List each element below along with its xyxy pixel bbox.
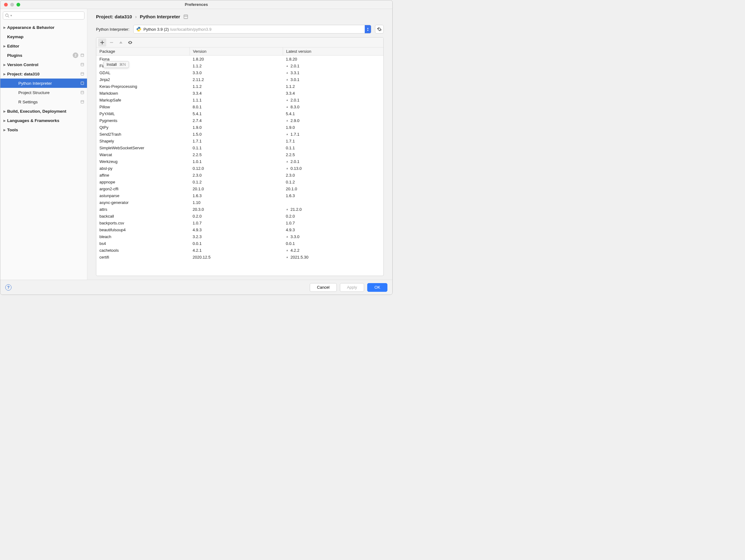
table-row[interactable]: Flask1.1.2▲2.0.1 (96, 62, 383, 69)
sidebar-item-project-structure[interactable]: Project Structure (0, 88, 87, 97)
project-scope-icon (80, 81, 85, 85)
svg-rect-8 (81, 82, 84, 85)
table-row[interactable]: Fiona1.8.201.8.20 (96, 56, 383, 62)
cell-version: 2.11.2 (190, 77, 283, 82)
add-package-button[interactable] (98, 38, 106, 46)
column-header-latest[interactable]: Latest version (283, 47, 383, 55)
eye-icon (128, 40, 133, 45)
sidebar-item-version-control[interactable]: ▶Version Control (0, 60, 87, 69)
cell-version: 1.7.1 (190, 139, 283, 143)
cell-package: astunparse (96, 194, 190, 198)
sidebar-item-build-execution-deployment[interactable]: ▶Build, Execution, Deployment (0, 106, 87, 116)
table-row[interactable]: Pygments2.7.4▲2.9.0 (96, 117, 383, 124)
svg-rect-2 (81, 54, 84, 57)
remove-package-button[interactable] (107, 38, 116, 46)
sidebar-item-project-data310[interactable]: ▶Project: data310 (0, 69, 87, 78)
apply-button[interactable]: Apply (340, 283, 364, 292)
help-button[interactable]: ? (5, 284, 11, 290)
table-row[interactable]: Shapely1.7.11.7.1 (96, 138, 383, 144)
table-row[interactable]: absl-py0.12.0▲0.13.0 (96, 165, 383, 172)
sidebar-badge: 2 (73, 53, 78, 58)
table-row[interactable]: PyYAML5.4.15.4.1 (96, 110, 383, 117)
cell-package: Fiona (96, 57, 190, 62)
sidebar-item-languages-frameworks[interactable]: ▶Languages & Frameworks (0, 116, 87, 125)
search-options-chevron-icon[interactable]: ▼ (10, 14, 12, 17)
ok-button[interactable]: OK (367, 283, 387, 292)
sidebar-item-plugins[interactable]: Plugins2 (0, 50, 87, 60)
packages-table-header: Package Version Latest version (96, 47, 383, 56)
sidebar-item-appearance-behavior[interactable]: ▶Appearance & Behavior (0, 23, 87, 32)
cell-latest: ▲2021.5.30 (283, 255, 383, 259)
breadcrumb-seg-page: Python Interpreter (140, 14, 180, 19)
cell-latest: 1.8.20 (283, 57, 383, 62)
cell-version: 2.7.4 (190, 118, 283, 123)
interpreter-settings-button[interactable] (375, 25, 384, 34)
table-row[interactable]: Keras-Preprocessing1.1.21.1.2 (96, 83, 383, 90)
cancel-button[interactable]: Cancel (310, 283, 336, 292)
table-row[interactable]: backcall0.2.00.2.0 (96, 213, 383, 219)
sidebar-item-label: Keymap (7, 34, 85, 39)
sidebar-item-label: Project: data310 (7, 72, 80, 76)
sidebar-item-label: Languages & Frameworks (7, 118, 85, 123)
cell-version: 1.8.20 (190, 57, 283, 62)
sidebar-search-input[interactable] (14, 13, 82, 18)
breadcrumb: Project: data310 › Python Interpreter (87, 9, 392, 21)
table-row[interactable]: cachetools4.2.1▲4.2.2 (96, 247, 383, 254)
project-scope-icon (80, 90, 85, 95)
table-row[interactable]: bs40.0.10.0.1 (96, 240, 383, 247)
packages-table-body[interactable]: Fiona1.8.201.8.20Flask1.1.2▲2.0.1GDAL3.3… (96, 56, 383, 276)
table-row[interactable]: astunparse1.6.31.6.3 (96, 192, 383, 199)
cell-latest: ▲0.13.0 (283, 166, 383, 171)
minimize-window-button[interactable] (10, 3, 14, 6)
sidebar-item-label: Tools (7, 128, 85, 132)
table-row[interactable]: Warcat2.2.52.2.5 (96, 151, 383, 158)
cell-version: 3.3.4 (190, 91, 283, 96)
sidebar-item-editor[interactable]: ▶Editor (0, 41, 87, 50)
table-row[interactable]: Werkzeug1.0.1▲2.0.1 (96, 158, 383, 165)
table-row[interactable]: affine2.3.02.3.0 (96, 172, 383, 178)
table-row[interactable]: attrs20.3.0▲21.2.0 (96, 206, 383, 213)
interpreter-label: Python Interpreter: (96, 27, 130, 32)
interpreter-select[interactable]: Python 3.9 (2) /usr/local/bin/python3.9 … (133, 25, 371, 34)
column-header-package[interactable]: Package (96, 49, 190, 54)
upgrade-available-icon: ▲ (286, 249, 289, 252)
table-row[interactable]: MarkupSafe1.1.1▲2.0.1 (96, 97, 383, 103)
cell-package: bs4 (96, 241, 190, 246)
sidebar-item-keymap[interactable]: Keymap (0, 32, 87, 41)
show-early-releases-button[interactable] (126, 38, 134, 46)
table-row[interactable]: Markdown3.3.43.3.4 (96, 90, 383, 97)
triangle-up-icon (119, 40, 123, 45)
select-arrows-icon[interactable]: ▲▼ (365, 25, 371, 33)
table-row[interactable]: argon2-cffi20.1.020.1.0 (96, 185, 383, 192)
close-window-button[interactable] (4, 3, 8, 6)
cell-latest: 0.2.0 (283, 214, 383, 218)
table-row[interactable]: beautifulsoup44.9.34.9.3 (96, 226, 383, 233)
table-row[interactable]: certifi2020.12.5▲2021.5.30 (96, 254, 383, 260)
search-icon (5, 13, 9, 18)
table-row[interactable]: bleach3.2.3▲3.3.0 (96, 233, 383, 240)
cell-latest: 1.7.1 (283, 139, 383, 143)
table-row[interactable]: backports.csv1.0.71.0.7 (96, 219, 383, 226)
cell-latest: 1.1.2 (283, 84, 383, 89)
table-row[interactable]: QtPy1.9.01.9.0 (96, 124, 383, 131)
cell-version: 0.0.1 (190, 241, 283, 246)
sidebar-item-label: Python Interpreter (18, 81, 80, 86)
sidebar-item-python-interpreter[interactable]: Python Interpreter (0, 78, 87, 88)
upgrade-available-icon: ▲ (286, 105, 289, 108)
upgrade-package-button[interactable] (117, 38, 125, 46)
cell-latest: 2.2.5 (283, 152, 383, 157)
cell-package: Warcat (96, 152, 190, 157)
sidebar-search[interactable]: ▼ (3, 11, 85, 20)
sidebar-item-r-settings[interactable]: R Settings (0, 97, 87, 106)
table-row[interactable]: Send2Trash1.5.0▲1.7.1 (96, 131, 383, 138)
upgrade-available-icon: ▲ (286, 255, 289, 258)
zoom-window-button[interactable] (17, 3, 20, 6)
column-header-version[interactable]: Version (190, 47, 283, 55)
table-row[interactable]: Jinja22.11.2▲3.0.1 (96, 76, 383, 83)
table-row[interactable]: SimpleWebSocketServer0.1.10.1.1 (96, 144, 383, 151)
table-row[interactable]: GDAL3.3.0▲3.3.1 (96, 69, 383, 76)
sidebar-item-tools[interactable]: ▶Tools (0, 125, 87, 134)
table-row[interactable]: async-generator1.10 (96, 199, 383, 206)
table-row[interactable]: appnope0.1.20.1.2 (96, 178, 383, 185)
table-row[interactable]: Pillow8.0.1▲8.3.0 (96, 103, 383, 110)
